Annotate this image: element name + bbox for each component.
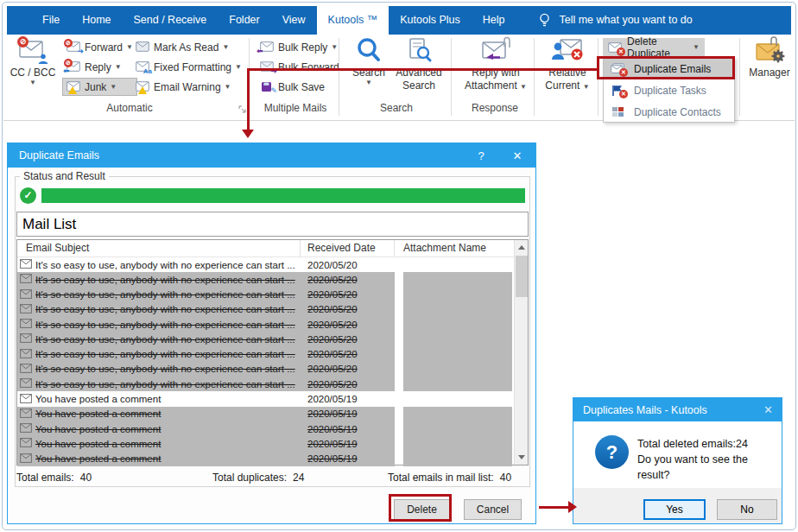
tab-kutools-plus[interactable]: Kutools Plus xyxy=(389,6,471,35)
search-button[interactable]: Search ▼ xyxy=(349,36,389,86)
relative-current-icon xyxy=(552,36,583,64)
list-row[interactable]: It's so easy to use, anybody with no exp… xyxy=(17,362,514,377)
manager-icon xyxy=(754,36,785,64)
list-row[interactable]: You have posted a comment2020/05/19 xyxy=(17,451,514,466)
row-attachment-name xyxy=(403,347,512,362)
chevron-down-icon: ▼ xyxy=(110,84,117,91)
dialog-title: Duplicate Emails xyxy=(19,149,99,162)
fixed-formatting-icon: Aa xyxy=(136,61,150,73)
no-button[interactable]: No xyxy=(717,499,777,520)
row-subject: You have posted a comment xyxy=(35,453,161,464)
messagebox-title-bar[interactable]: Duplicates Mails - Kutools ✕ xyxy=(573,398,782,421)
close-button[interactable]: ✕ xyxy=(499,149,535,162)
tab-file[interactable]: File xyxy=(31,6,71,35)
advanced-search-button[interactable]: Advanced Search xyxy=(390,36,447,92)
forward-button[interactable]: ⊘➜ Forward▼ xyxy=(62,38,137,56)
help-button[interactable]: ? xyxy=(463,149,499,162)
mail-list: Email Subject Received Date Attachment N… xyxy=(16,239,529,466)
row-subject: It's so easy to use, anybody with no exp… xyxy=(35,289,295,300)
row-subject: It's so easy to use, anybody with no exp… xyxy=(35,320,295,330)
tab-folder[interactable]: Folder xyxy=(218,6,270,35)
tell-me-box[interactable]: Tell me what you want to do xyxy=(559,6,692,35)
messagebox-title: Duplicates Mails - Kutools xyxy=(583,404,707,416)
chevron-down-icon: ▼ xyxy=(583,83,590,91)
scrollbar-thumb[interactable] xyxy=(516,256,528,297)
scroll-up-icon xyxy=(518,245,525,250)
mail-list-column-headers: Email Subject Received Date Attachment N… xyxy=(17,240,514,257)
relative-current-button[interactable]: Relative Current ▼ xyxy=(541,36,594,92)
group-label-response: Response xyxy=(454,102,535,114)
tab-send-receive[interactable]: Send / Receive xyxy=(123,6,218,35)
list-row[interactable]: It's so easy to use, anybody with no exp… xyxy=(17,347,514,362)
bulk-forward-button[interactable]: ➜ Bulk Forward xyxy=(256,58,344,76)
list-row[interactable]: It's so easy to use, anybody with no exp… xyxy=(17,317,514,332)
row-received-date: 2020/05/19 xyxy=(307,394,358,404)
mark-as-read-button[interactable]: Mark As Read▼ xyxy=(131,38,246,56)
list-row[interactable]: It's so easy to use, anybody with no exp… xyxy=(17,272,514,287)
annotation-arrow-right-icon xyxy=(568,501,577,513)
list-row[interactable]: It's so easy to use, anybody with no exp… xyxy=(17,257,514,272)
bulk-reply-button[interactable]: ⬅ Bulk Reply▼ xyxy=(256,38,344,56)
menu-item-duplicate-contacts[interactable]: Duplicate Contacts xyxy=(604,101,734,123)
result-message-box: Duplicates Mails - Kutools ✕ ? Total del… xyxy=(573,397,782,524)
highlight-box-delete-button xyxy=(389,494,452,522)
menu-item-duplicate-tasks[interactable]: ✕ Duplicate Tasks xyxy=(604,79,734,101)
duplicate-tasks-icon: ✕ xyxy=(611,85,625,96)
progress-bar xyxy=(41,188,525,203)
list-row[interactable]: It's so easy to use, anybody with no exp… xyxy=(17,332,514,346)
scrollbar[interactable] xyxy=(514,240,528,465)
ribbon-tab-bar: FileHomeSend / ReceiveFolderViewKutools … xyxy=(7,6,791,35)
group-label-search: Search xyxy=(342,102,451,114)
row-attachment-name xyxy=(403,436,512,451)
list-row[interactable]: You have posted a comment2020/05/19 xyxy=(17,421,514,436)
scrollbar-up-button[interactable] xyxy=(515,240,529,255)
row-subject: You have posted a comment xyxy=(35,394,161,404)
total-mail-list-stat: Total emails in mail list:40 xyxy=(388,472,511,484)
cancel-button[interactable]: Cancel xyxy=(464,499,522,520)
list-row[interactable]: It's so easy to use, anybody with no exp… xyxy=(17,377,514,391)
mail-icon xyxy=(20,274,32,285)
total-emails-stat: Total emails:40 xyxy=(16,472,92,484)
manager-button[interactable]: Manager xyxy=(744,36,795,79)
mail-icon xyxy=(20,364,32,375)
forward-icon: ⊘➜ xyxy=(66,41,81,53)
column-header-attachment-name[interactable]: Attachment Name xyxy=(395,240,514,256)
mail-icon xyxy=(20,349,32,360)
group-separator xyxy=(451,38,452,116)
fixed-formatting-button[interactable]: Aa Fixed Formatting▼ xyxy=(131,58,246,76)
cc-bcc-button[interactable]: ⊘ CC / BCC ▼ xyxy=(10,36,55,86)
chevron-down-icon: ▼ xyxy=(222,44,229,51)
scrollbar-down-button[interactable] xyxy=(515,450,529,465)
tab-home[interactable]: Home xyxy=(71,6,122,35)
tab-kutools[interactable]: Kutools ™ xyxy=(317,6,390,35)
tab-view[interactable]: View xyxy=(271,6,317,35)
list-row[interactable]: It's so easy to use, anybody with no exp… xyxy=(17,302,514,317)
list-row[interactable]: You have posted a comment2020/05/19 xyxy=(17,407,514,421)
mail-list-rows: It's so easy to use, anybody with no exp… xyxy=(17,257,514,466)
reply-button[interactable]: ⊘⬅ Reply▼ xyxy=(62,58,137,76)
delete-duplicate-button[interactable]: ✕ Delete Duplicate ▼ xyxy=(603,38,705,57)
list-row[interactable]: You have posted a comment2020/05/19 xyxy=(17,391,514,406)
no-entry-badge-icon: ⊘ xyxy=(17,36,28,48)
tab-help[interactable]: Help xyxy=(472,6,516,35)
yes-button[interactable]: Yes xyxy=(643,499,706,520)
messagebox-body: ? Total deleted emails:24 Do you want to… xyxy=(573,421,782,488)
email-warning-button[interactable]: Email Warning▼ xyxy=(131,78,246,96)
row-subject: It's so easy to use, anybody with no exp… xyxy=(35,349,295,359)
mail-icon xyxy=(20,259,32,270)
list-row[interactable]: You have posted a comment2020/05/19 xyxy=(17,436,514,451)
messagebox-close-button[interactable]: ✕ xyxy=(763,403,782,416)
reply-with-attachment-button[interactable]: Reply with Attachment ▼ xyxy=(459,36,532,92)
junk-button[interactable]: Junk▼ xyxy=(62,78,137,96)
mail-icon xyxy=(20,423,32,434)
mail-icon xyxy=(20,333,32,345)
row-received-date: 2020/05/20 xyxy=(307,334,358,345)
dialog-title-bar[interactable]: Duplicate Emails ? ✕ xyxy=(8,143,535,168)
column-header-received-date[interactable]: Received Date xyxy=(301,240,395,256)
bulk-save-button[interactable]: ✎ Bulk Save xyxy=(256,78,344,96)
list-row[interactable]: It's so easy to use, anybody with no exp… xyxy=(17,288,514,302)
row-received-date: 2020/05/20 xyxy=(307,289,358,300)
column-header-email-subject[interactable]: Email Subject xyxy=(17,240,301,256)
tell-me-bulb-icon xyxy=(538,6,551,35)
row-attachment-name xyxy=(403,407,512,421)
